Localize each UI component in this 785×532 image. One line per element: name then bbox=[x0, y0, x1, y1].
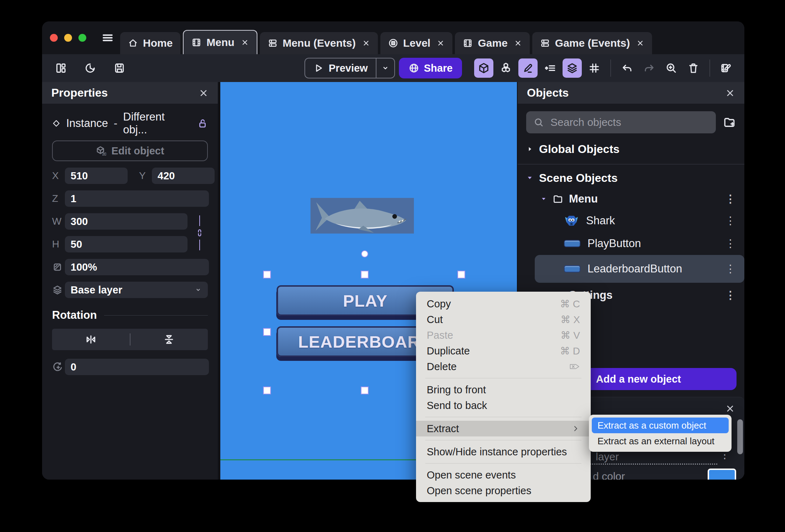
trash-icon bbox=[687, 62, 699, 74]
flip-vertical-button[interactable] bbox=[130, 329, 208, 350]
z-field[interactable] bbox=[65, 190, 209, 207]
scene-objects-group[interactable]: Scene Objects bbox=[518, 169, 744, 186]
object-row-playbutton[interactable]: PlayButton ⋮ bbox=[518, 232, 744, 255]
selection-handle[interactable] bbox=[361, 271, 369, 278]
hamburger-menu-icon[interactable] bbox=[101, 31, 114, 44]
link-tick bbox=[199, 240, 200, 250]
menu-item-delete[interactable]: Delete bbox=[416, 359, 591, 374]
selection-handle[interactable] bbox=[361, 387, 369, 394]
selection-handle[interactable] bbox=[263, 328, 271, 336]
tab-home[interactable]: Home bbox=[120, 32, 180, 54]
kebab-menu-icon[interactable]: ⋮ bbox=[725, 194, 736, 204]
menu-item-label: Extract bbox=[427, 423, 459, 435]
object-mode-button[interactable] bbox=[474, 58, 493, 78]
kebab-menu-icon[interactable]: ⋮ bbox=[725, 238, 736, 249]
close-properties-icon[interactable] bbox=[199, 88, 209, 98]
background-color-swatch[interactable] bbox=[708, 469, 736, 480]
tab-close-icon[interactable] bbox=[437, 39, 445, 47]
tab-close-icon[interactable] bbox=[241, 39, 249, 46]
properties-panel: Properties Instance - Different obj... 2… bbox=[42, 82, 220, 480]
minimize-window-button[interactable] bbox=[64, 34, 72, 42]
new-folder-icon[interactable] bbox=[723, 116, 736, 129]
rotation-handle[interactable] bbox=[361, 250, 368, 257]
folder-label: Menu bbox=[569, 193, 598, 205]
edit-mode-button[interactable] bbox=[518, 58, 538, 78]
zoom-in-button[interactable] bbox=[662, 58, 681, 78]
submenu-item-extract-external-layout[interactable]: Extract as an external layout bbox=[592, 433, 729, 449]
folder-row-menu[interactable]: Menu ⋮ bbox=[518, 189, 744, 209]
layers-panel-button[interactable] bbox=[563, 58, 582, 78]
menu-item-extract[interactable]: Extract bbox=[416, 421, 591, 436]
menu-item-cut[interactable]: Cut ⌘ X bbox=[416, 312, 591, 327]
submenu-item-extract-custom-object[interactable]: Extract as a custom object bbox=[592, 418, 729, 433]
grid-button[interactable] bbox=[585, 58, 604, 78]
tab-label: Game bbox=[478, 37, 507, 49]
share-button[interactable]: Share bbox=[399, 58, 462, 78]
save-icon[interactable] bbox=[110, 58, 129, 78]
panels-layout-icon[interactable] bbox=[51, 58, 71, 78]
search-objects-input[interactable] bbox=[550, 116, 709, 128]
menu-item-open-scene-events[interactable]: Open scene events bbox=[416, 467, 591, 483]
objects-stack-button[interactable] bbox=[496, 58, 515, 78]
menu-item-bring-to-front[interactable]: Bring to front bbox=[416, 382, 591, 398]
h-field[interactable] bbox=[65, 236, 188, 252]
instances-list-button[interactable] bbox=[540, 58, 560, 78]
chevron-down-icon bbox=[194, 286, 202, 294]
tree-divider bbox=[518, 164, 744, 164]
layers-icon bbox=[566, 62, 578, 74]
object-row-leaderboardbutton[interactable]: LeaderboardButton ⋮ bbox=[535, 255, 744, 283]
tab-close-icon[interactable] bbox=[636, 39, 644, 47]
maximize-window-button[interactable] bbox=[78, 34, 86, 42]
delete-button[interactable] bbox=[684, 58, 703, 78]
link-tick bbox=[199, 215, 200, 226]
add-object-label: Add a new object bbox=[596, 373, 681, 385]
close-objects-icon[interactable] bbox=[725, 88, 735, 98]
object-row-shark[interactable]: Shark ⋮ bbox=[518, 209, 744, 232]
share-label: Share bbox=[424, 62, 453, 74]
tab-game-events[interactable]: Game (Events) bbox=[532, 32, 652, 54]
unlock-icon[interactable] bbox=[197, 118, 208, 129]
kebab-menu-icon[interactable]: ⋮ bbox=[725, 264, 736, 274]
search-objects-box[interactable] bbox=[526, 111, 716, 133]
tab-game[interactable]: Game bbox=[455, 32, 529, 54]
menu-item-show-hide-instance-properties[interactable]: Show/Hide instance properties bbox=[416, 444, 591, 460]
layer-dropdown[interactable]: Base layer bbox=[65, 282, 208, 298]
shark-instance[interactable] bbox=[311, 198, 414, 234]
selection-handle[interactable] bbox=[263, 387, 271, 394]
scene-properties-button[interactable] bbox=[717, 58, 736, 78]
w-field[interactable] bbox=[65, 213, 188, 230]
kebab-menu-icon[interactable]: ⋮ bbox=[725, 290, 736, 301]
menu-item-send-to-back[interactable]: Send to back bbox=[416, 398, 591, 413]
undo-button[interactable] bbox=[617, 58, 637, 78]
opacity-field[interactable] bbox=[65, 259, 209, 275]
tab-menu-events[interactable]: Menu (Events) bbox=[260, 32, 378, 54]
link-dimensions-toggle[interactable] bbox=[191, 215, 208, 250]
close-window-button[interactable] bbox=[50, 34, 58, 42]
rotation-field[interactable] bbox=[65, 359, 209, 375]
tab-menu[interactable]: Menu bbox=[183, 30, 257, 54]
selection-handle[interactable] bbox=[457, 271, 465, 278]
y-field[interactable] bbox=[152, 168, 215, 184]
menu-item-copy[interactable]: Copy ⌘ C bbox=[416, 296, 591, 312]
edit-object-button[interactable]: 2D Edit object bbox=[52, 140, 208, 161]
kebab-menu-icon[interactable]: ⋮ bbox=[725, 215, 736, 226]
tab-level[interactable]: Level bbox=[380, 32, 453, 54]
menu-item-duplicate[interactable]: Duplicate ⌘ D bbox=[416, 343, 591, 359]
shark-thumbnail bbox=[564, 215, 579, 227]
selection-handle[interactable] bbox=[263, 271, 271, 278]
x-field[interactable] bbox=[65, 168, 128, 184]
tab-close-icon[interactable] bbox=[362, 39, 370, 47]
tab-close-icon[interactable] bbox=[514, 39, 522, 47]
menu-divider bbox=[425, 417, 581, 417]
preview-split-button: Preview bbox=[304, 58, 395, 78]
flip-horizontal-button[interactable] bbox=[52, 329, 130, 350]
redo-button[interactable] bbox=[640, 58, 659, 78]
preview-button[interactable]: Preview bbox=[305, 62, 376, 74]
play-icon bbox=[313, 63, 324, 73]
close-layers-icon[interactable] bbox=[725, 404, 735, 414]
menu-item-open-scene-properties[interactable]: Open scene properties bbox=[416, 483, 591, 498]
scrollbar[interactable] bbox=[737, 419, 743, 454]
preview-options-button[interactable] bbox=[376, 58, 394, 78]
history-icon[interactable] bbox=[81, 58, 100, 78]
global-objects-group[interactable]: Global Objects bbox=[518, 140, 744, 158]
